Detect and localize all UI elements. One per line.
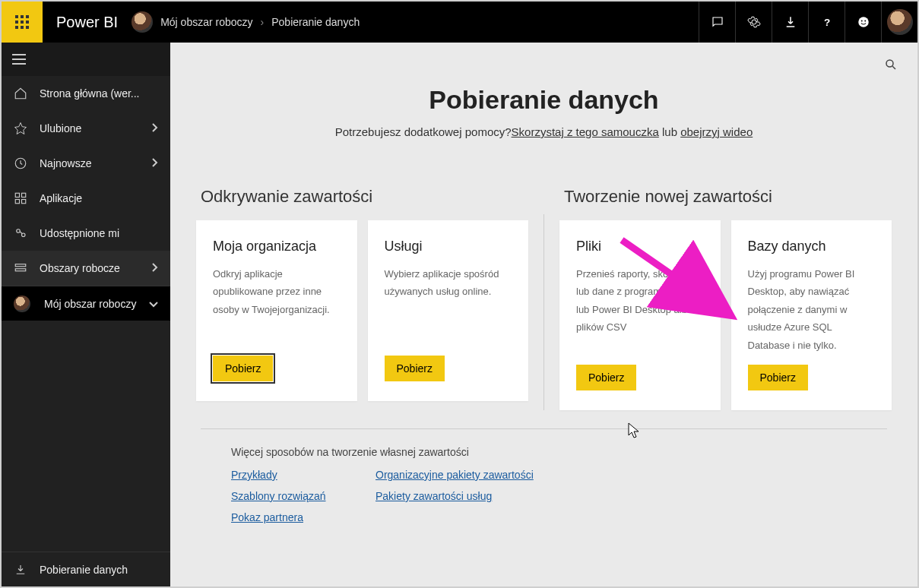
main-content: Pobieranie danych Potrzebujesz dodatkowe… xyxy=(170,43,917,586)
svg-point-25 xyxy=(886,60,893,67)
discover-column: Odkrywanie zawartości Moja organizacja O… xyxy=(196,187,528,410)
svg-rect-24 xyxy=(15,269,26,271)
svg-rect-18 xyxy=(22,193,26,197)
sidebar-get-data[interactable]: Pobieranie danych xyxy=(2,552,170,586)
svg-point-11 xyxy=(860,21,862,22)
sidebar-item-label: Udostępnione mi xyxy=(40,227,158,239)
get-button-files[interactable]: Pobierz xyxy=(576,365,636,390)
chevron-right-icon xyxy=(151,122,158,134)
search-button[interactable] xyxy=(884,58,898,74)
waffle-icon xyxy=(15,15,29,29)
home-icon xyxy=(14,87,27,100)
card-desc: Odkryj aplikacje opublikowane przez inne… xyxy=(213,265,341,345)
more-link-service-content-packs[interactable]: Pakiety zawartości usług xyxy=(376,490,534,502)
card-title: Pliki xyxy=(576,239,704,254)
svg-rect-1 xyxy=(21,15,24,18)
card-desc: Wybierz aplikacje spośród używanych usłu… xyxy=(385,265,512,345)
download-button[interactable] xyxy=(772,2,808,43)
page-title: Pobieranie danych xyxy=(170,85,917,115)
svg-rect-0 xyxy=(15,15,18,18)
get-button-databases[interactable]: Pobierz xyxy=(748,365,808,390)
smile-icon xyxy=(857,15,870,29)
page-subtitle: Potrzebujesz dodatkowej pomocy?Skorzysta… xyxy=(170,125,917,138)
svg-rect-3 xyxy=(15,21,18,24)
sidebar-item-label: Pobieranie danych xyxy=(40,564,158,576)
svg-rect-8 xyxy=(26,26,29,29)
breadcrumb-separator: › xyxy=(261,16,265,28)
svg-rect-4 xyxy=(21,21,24,24)
sidebar-my-workspace[interactable]: Mój obszar roboczy xyxy=(2,286,170,321)
sidebar-item-label: Obszary robocze xyxy=(40,262,151,274)
get-data-icon xyxy=(14,563,27,577)
svg-rect-17 xyxy=(15,193,19,197)
gear-icon xyxy=(747,15,761,29)
sidebar: Strona główna (wer... Ulubione Najnowsze… xyxy=(2,43,170,586)
more-link-samples[interactable]: Przykłady xyxy=(231,469,376,481)
create-column: Tworzenie nowej zawartości Pliki Przenie… xyxy=(559,187,892,410)
card-services: Usługi Wybierz aplikacje spośród używany… xyxy=(368,220,529,401)
workspaces-icon xyxy=(14,261,27,275)
sidebar-item-label: Najnowsze xyxy=(40,157,151,169)
card-desc: Użyj programu Power BI Desktop, aby nawi… xyxy=(748,265,876,354)
svg-text:?: ? xyxy=(823,17,829,28)
column-divider xyxy=(543,214,544,410)
get-button-services[interactable]: Pobierz xyxy=(385,356,445,381)
svg-rect-23 xyxy=(15,264,26,267)
svg-rect-20 xyxy=(22,200,26,204)
svg-rect-5 xyxy=(26,21,29,24)
settings-button[interactable] xyxy=(735,2,772,43)
search-icon xyxy=(884,58,898,71)
sidebar-item-favorites[interactable]: Ulubione xyxy=(2,111,170,146)
brand-label: Power BI xyxy=(43,14,132,31)
help-button[interactable]: ? xyxy=(808,2,845,43)
chevron-right-icon xyxy=(151,262,158,274)
video-link[interactable]: obejrzyj wideo xyxy=(680,125,753,138)
svg-rect-2 xyxy=(26,15,29,18)
header-actions: ? xyxy=(699,2,917,43)
sidebar-item-label: Mój obszar roboczy xyxy=(44,298,149,310)
svg-rect-15 xyxy=(12,63,26,65)
more-ways-section: Więcej sposobów na tworzenie własnej zaw… xyxy=(231,446,917,523)
notifications-button[interactable] xyxy=(699,2,735,43)
get-button-my-org[interactable]: Pobierz xyxy=(213,356,273,381)
horizontal-divider xyxy=(201,428,887,429)
chevron-right-icon xyxy=(151,157,158,169)
card-title: Usługi xyxy=(385,239,512,254)
sidebar-item-apps[interactable]: Aplikacje xyxy=(2,181,170,216)
breadcrumb-workspace[interactable]: Mój obszar roboczy xyxy=(160,16,252,28)
workspace-avatar-icon xyxy=(14,296,30,312)
download-icon xyxy=(784,15,797,29)
svg-rect-6 xyxy=(15,26,18,29)
sidebar-item-shared[interactable]: Udostępnione mi xyxy=(2,216,170,251)
breadcrumb: Mój obszar roboczy › Pobieranie danych xyxy=(160,16,360,28)
more-link-org-content-packs[interactable]: Organizacyjne pakiety zawartości xyxy=(376,469,534,481)
discover-title: Odkrywanie zawartości xyxy=(196,187,528,207)
clock-icon xyxy=(14,156,27,170)
profile-button[interactable] xyxy=(881,2,917,43)
card-desc: Przenieś raporty, skoroszyty lub dane z … xyxy=(576,265,704,354)
mouse-cursor xyxy=(628,422,642,439)
svg-point-10 xyxy=(858,17,869,27)
sidebar-item-label: Strona główna (wer... xyxy=(40,87,158,100)
header-bar: Power BI Mój obszar roboczy › Pobieranie… xyxy=(2,2,917,43)
svg-point-12 xyxy=(864,21,866,22)
sidebar-item-label: Aplikacje xyxy=(40,192,158,204)
app-launcher-button[interactable] xyxy=(2,2,43,43)
more-ways-title: Więcej sposobów na tworzenie własnej zaw… xyxy=(231,446,917,458)
chevron-down-icon xyxy=(149,298,158,310)
sidebar-item-home[interactable]: Strona główna (wer... xyxy=(2,76,170,111)
card-databases: Bazy danych Użyj programu Power BI Deskt… xyxy=(731,220,892,410)
feedback-button[interactable] xyxy=(845,2,881,43)
sidebar-item-recent[interactable]: Najnowsze xyxy=(2,146,170,181)
sidebar-item-label: Ulubione xyxy=(40,122,151,134)
svg-rect-7 xyxy=(21,26,24,29)
more-link-partner-showcase[interactable]: Pokaz partnera xyxy=(231,511,376,523)
more-link-solution-templates[interactable]: Szablony rozwiązań xyxy=(231,490,376,502)
apps-icon xyxy=(14,191,27,205)
sidebar-item-workspaces[interactable]: Obszary robocze xyxy=(2,251,170,286)
chat-icon xyxy=(711,15,724,29)
card-my-org: Moja organizacja Odkryj aplikacje opubli… xyxy=(196,220,357,401)
sidebar-toggle[interactable] xyxy=(2,43,170,76)
breadcrumb-page: Pobieranie danych xyxy=(271,16,360,28)
tutorial-link[interactable]: Skorzystaj z tego samouczka xyxy=(512,125,659,138)
